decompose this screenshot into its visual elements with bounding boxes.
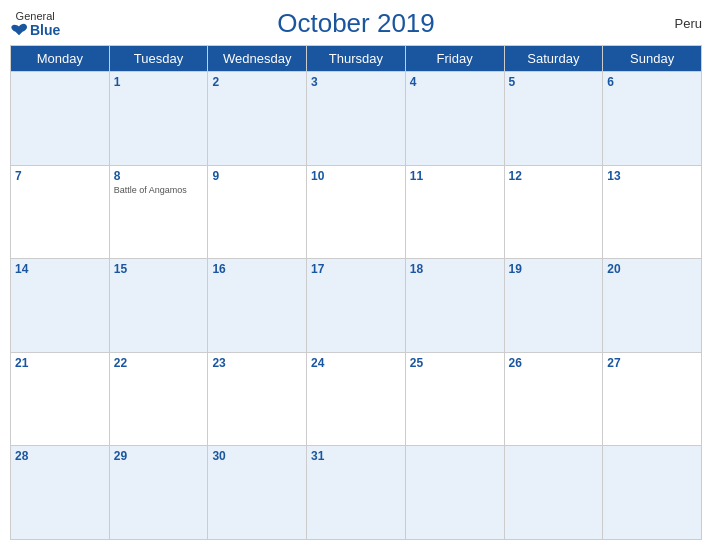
day-cell-3-6: 27 <box>603 352 702 446</box>
calendar-wrapper: General Blue October 2019 Peru Monday Tu… <box>0 0 712 550</box>
day-cell-3-3: 24 <box>307 352 406 446</box>
day-number: 8 <box>114 169 204 183</box>
day-cell-1-0: 7 <box>11 165 110 259</box>
week-row-2: 78Battle of Angamos910111213 <box>11 165 702 259</box>
day-number: 19 <box>509 262 599 276</box>
logo-bird-icon <box>10 23 28 37</box>
event-text: Battle of Angamos <box>114 185 204 196</box>
day-number: 17 <box>311 262 401 276</box>
col-thursday: Thursday <box>307 46 406 72</box>
day-number: 23 <box>212 356 302 370</box>
day-number: 11 <box>410 169 500 183</box>
day-cell-1-6: 13 <box>603 165 702 259</box>
weekday-header-row: Monday Tuesday Wednesday Thursday Friday… <box>11 46 702 72</box>
day-cell-2-5: 19 <box>504 259 603 353</box>
day-cell-1-5: 12 <box>504 165 603 259</box>
day-number: 25 <box>410 356 500 370</box>
day-number: 7 <box>15 169 105 183</box>
day-cell-4-6 <box>603 446 702 540</box>
day-number: 18 <box>410 262 500 276</box>
day-cell-2-4: 18 <box>405 259 504 353</box>
day-cell-0-2: 2 <box>208 72 307 166</box>
day-number: 3 <box>311 75 401 89</box>
col-tuesday: Tuesday <box>109 46 208 72</box>
day-cell-0-6: 6 <box>603 72 702 166</box>
day-cell-1-4: 11 <box>405 165 504 259</box>
day-cell-3-0: 21 <box>11 352 110 446</box>
day-cell-1-2: 9 <box>208 165 307 259</box>
country-label: Peru <box>675 16 702 31</box>
day-cell-3-2: 23 <box>208 352 307 446</box>
day-number: 13 <box>607 169 697 183</box>
day-number: 10 <box>311 169 401 183</box>
logo-blue-text: Blue <box>10 22 60 38</box>
day-cell-0-5: 5 <box>504 72 603 166</box>
day-number: 29 <box>114 449 204 463</box>
day-cell-2-6: 20 <box>603 259 702 353</box>
week-row-1: 123456 <box>11 72 702 166</box>
col-saturday: Saturday <box>504 46 603 72</box>
col-sunday: Sunday <box>603 46 702 72</box>
logo: General Blue <box>10 10 60 38</box>
day-number: 2 <box>212 75 302 89</box>
day-number: 12 <box>509 169 599 183</box>
day-number: 31 <box>311 449 401 463</box>
day-cell-3-1: 22 <box>109 352 208 446</box>
col-wednesday: Wednesday <box>208 46 307 72</box>
day-cell-4-5 <box>504 446 603 540</box>
day-number: 4 <box>410 75 500 89</box>
day-cell-2-2: 16 <box>208 259 307 353</box>
day-cell-2-0: 14 <box>11 259 110 353</box>
day-cell-1-1: 8Battle of Angamos <box>109 165 208 259</box>
month-title: October 2019 <box>277 8 435 39</box>
day-cell-0-4: 4 <box>405 72 504 166</box>
day-cell-3-4: 25 <box>405 352 504 446</box>
day-number: 28 <box>15 449 105 463</box>
day-number: 5 <box>509 75 599 89</box>
day-cell-4-3: 31 <box>307 446 406 540</box>
day-number: 30 <box>212 449 302 463</box>
week-row-4: 21222324252627 <box>11 352 702 446</box>
day-cell-4-0: 28 <box>11 446 110 540</box>
day-number: 9 <box>212 169 302 183</box>
day-cell-0-3: 3 <box>307 72 406 166</box>
day-cell-2-1: 15 <box>109 259 208 353</box>
day-number: 20 <box>607 262 697 276</box>
calendar-body: 12345678Battle of Angamos910111213141516… <box>11 72 702 540</box>
day-cell-3-5: 26 <box>504 352 603 446</box>
day-cell-0-0 <box>11 72 110 166</box>
day-number: 1 <box>114 75 204 89</box>
day-cell-4-4 <box>405 446 504 540</box>
day-number: 26 <box>509 356 599 370</box>
day-cell-2-3: 17 <box>307 259 406 353</box>
day-number: 27 <box>607 356 697 370</box>
day-cell-4-2: 30 <box>208 446 307 540</box>
logo-general-text: General <box>16 10 55 22</box>
day-cell-4-1: 29 <box>109 446 208 540</box>
day-number: 14 <box>15 262 105 276</box>
day-cell-0-1: 1 <box>109 72 208 166</box>
col-friday: Friday <box>405 46 504 72</box>
col-monday: Monday <box>11 46 110 72</box>
calendar-table: Monday Tuesday Wednesday Thursday Friday… <box>10 45 702 540</box>
day-cell-1-3: 10 <box>307 165 406 259</box>
week-row-3: 14151617181920 <box>11 259 702 353</box>
day-number: 22 <box>114 356 204 370</box>
week-row-5: 28293031 <box>11 446 702 540</box>
day-number: 15 <box>114 262 204 276</box>
day-number: 6 <box>607 75 697 89</box>
day-number: 16 <box>212 262 302 276</box>
day-number: 24 <box>311 356 401 370</box>
day-number: 21 <box>15 356 105 370</box>
calendar-header: General Blue October 2019 Peru <box>10 8 702 39</box>
